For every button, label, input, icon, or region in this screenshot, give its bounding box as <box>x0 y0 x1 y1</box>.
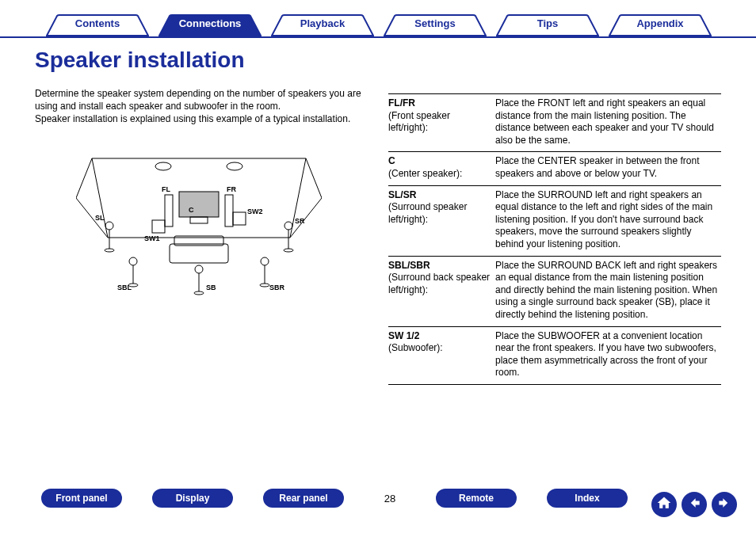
page-title: Speaker installation <box>35 48 245 73</box>
tab-label: Connections <box>179 17 242 29</box>
nav-display[interactable]: Display <box>152 489 233 508</box>
svg-rect-4 <box>165 195 173 227</box>
tab-label: Appendix <box>636 17 683 29</box>
table-row: FL/FR(Front speaker left/right): Place t… <box>388 93 721 151</box>
speaker-key: C(Center speaker): <box>388 155 495 180</box>
tab-tips[interactable]: Tips <box>496 14 599 36</box>
top-tab-strip: Contents Connections Playback Settings T… <box>0 11 756 38</box>
table-row: SBL/SBR(Surround back speaker left/right… <box>388 256 721 326</box>
svg-text:SW1: SW1 <box>144 234 160 242</box>
svg-text:FR: FR <box>227 185 236 193</box>
svg-point-24 <box>260 284 269 287</box>
nav-remote[interactable]: Remote <box>436 489 517 508</box>
speaker-key: SL/SR(Surround speaker left/right): <box>388 189 495 251</box>
svg-point-19 <box>195 265 203 273</box>
speaker-key: SW 1/2(Subwoofer): <box>388 330 495 379</box>
svg-text:SL: SL <box>95 214 105 222</box>
tab-playback[interactable]: Playback <box>271 14 374 36</box>
arrow-left-icon <box>686 495 702 514</box>
nav-front-panel[interactable]: Front panel <box>41 489 122 508</box>
svg-text:C: C <box>189 206 194 214</box>
prev-page-button[interactable] <box>682 492 707 517</box>
next-page-button[interactable] <box>712 492 737 517</box>
svg-point-21 <box>194 291 204 295</box>
svg-rect-5 <box>225 195 233 227</box>
svg-point-11 <box>284 222 292 230</box>
tab-settings[interactable]: Settings <box>384 14 487 36</box>
svg-text:SB: SB <box>206 284 216 291</box>
speaker-desc: Place the SUBWOOFER at a convenient loca… <box>495 330 721 379</box>
svg-rect-6 <box>152 220 165 233</box>
svg-text:SR: SR <box>295 217 305 225</box>
svg-rect-3 <box>190 217 208 223</box>
speaker-desc: Place the FRONT left and right speakers … <box>495 97 721 147</box>
svg-text:SW2: SW2 <box>247 207 263 215</box>
speaker-description-table: FL/FR(Front speaker left/right): Place t… <box>388 93 721 385</box>
svg-rect-7 <box>233 212 246 225</box>
speaker-desc: Place the SURROUND left and right speake… <box>495 189 721 251</box>
tab-label: Tips <box>537 17 559 29</box>
tab-appendix[interactable]: Appendix <box>609 14 712 36</box>
tab-label: Playback <box>300 17 345 29</box>
svg-point-22 <box>261 257 269 265</box>
tab-label: Settings <box>414 17 455 29</box>
svg-rect-14 <box>170 244 228 263</box>
intro-text: Determine the speaker system depending o… <box>35 87 368 126</box>
nav-index[interactable]: Index <box>547 489 628 508</box>
svg-point-16 <box>129 257 137 265</box>
svg-point-1 <box>227 162 242 170</box>
speaker-desc: Place the SURROUND BACK left and right s… <box>495 260 721 322</box>
table-row: SW 1/2(Subwoofer): Place the SUBWOOFER a… <box>388 326 721 385</box>
svg-point-8 <box>105 222 113 230</box>
svg-text:SBR: SBR <box>269 284 285 291</box>
tab-contents[interactable]: Contents <box>46 14 149 36</box>
nav-rear-panel[interactable]: Rear panel <box>263 489 344 508</box>
bottom-nav: Front panel Display Rear panel 28 Remote… <box>0 482 756 514</box>
svg-point-13 <box>284 249 293 252</box>
svg-text:FL: FL <box>162 185 170 193</box>
speaker-desc: Place the CENTER speaker in between the … <box>495 155 721 180</box>
home-icon <box>656 495 672 514</box>
speaker-key: FL/FR(Front speaker left/right): <box>388 97 495 147</box>
arrow-right-icon <box>716 495 732 514</box>
svg-point-10 <box>105 249 114 252</box>
page-nav-icons <box>651 492 737 517</box>
intro-para-1: Determine the speaker system depending o… <box>35 87 368 112</box>
tab-label: Contents <box>75 17 120 29</box>
svg-text:SBL: SBL <box>117 284 132 291</box>
home-button[interactable] <box>651 492 677 517</box>
table-row: SL/SR(Surround speaker left/right): Plac… <box>388 185 721 256</box>
intro-para-2: Speaker installation is explained using … <box>35 112 368 125</box>
table-row: C(Center speaker): Place the CENTER spea… <box>388 151 721 185</box>
tab-connections[interactable]: Connections <box>158 14 262 36</box>
page-number: 28 <box>374 493 406 504</box>
speaker-layout-diagram: SL FL C FR SR SW1 SW2 SBL SB SBR <box>76 150 322 301</box>
speaker-key: SBL/SBR(Surround back speaker left/right… <box>388 260 495 322</box>
svg-rect-2 <box>179 192 219 217</box>
svg-point-0 <box>155 162 171 170</box>
